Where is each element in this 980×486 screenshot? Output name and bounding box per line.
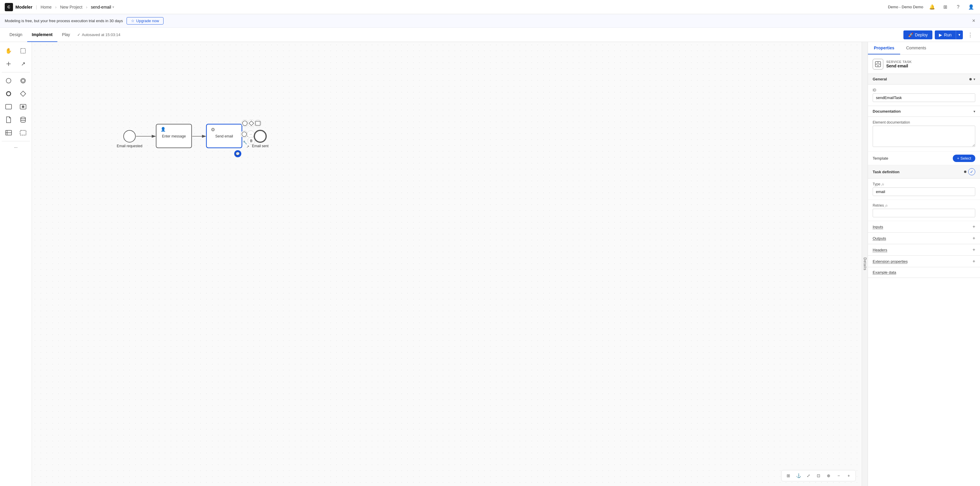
diamond-tool[interactable] (17, 88, 30, 100)
inputs-add-icon[interactable]: + (973, 224, 975, 229)
headers-add-icon[interactable]: + (973, 247, 975, 253)
tab-comments[interactable]: Comments (900, 42, 932, 54)
inputs-header[interactable]: Inputs + (868, 221, 980, 232)
retries-input[interactable] (873, 209, 975, 217)
svg-text:···: ··· (250, 133, 252, 136)
nav-current-label: send-email (91, 5, 111, 10)
template-row: Template + Select (868, 152, 980, 165)
circle-tool[interactable] (2, 75, 15, 87)
canvas-grid-icon[interactable]: ⊞ (784, 472, 793, 480)
inputs-section: Inputs + (868, 221, 980, 233)
tab-play[interactable]: Play (57, 28, 75, 42)
task-def-actions: ✓ (964, 168, 975, 175)
context-shape-rect[interactable] (254, 120, 261, 127)
canvas-expand-icon[interactable]: ⤢ (804, 472, 813, 480)
arrow-tool[interactable]: ↗ (17, 58, 30, 70)
context-shape-circle[interactable] (241, 120, 248, 127)
user-icon[interactable]: 👤 (967, 3, 975, 11)
hand-tool[interactable]: ✋ (2, 45, 15, 57)
outputs-add-icon[interactable]: + (973, 236, 975, 241)
tab-design[interactable]: Design (5, 28, 27, 42)
element-header: SERVICE TASK Send email (868, 55, 980, 74)
tab-properties[interactable]: Properties (868, 42, 900, 54)
left-toolbar: ✋ ↗ (0, 42, 32, 486)
svg-text:Send email: Send email (215, 134, 233, 138)
type-label: Type 𝑓𝑥 (873, 182, 975, 186)
context-action-dots[interactable]: ··· (247, 131, 254, 138)
pool-tool[interactable] (2, 127, 15, 139)
id-input[interactable] (873, 94, 975, 102)
banner-text: Modeling is free, but your free process … (5, 19, 123, 23)
help-icon[interactable]: ? (954, 3, 962, 11)
canvas-target-icon[interactable]: ⊕ (824, 472, 833, 480)
context-action-circle[interactable] (241, 131, 248, 138)
run-button[interactable]: ▶ Run (935, 30, 956, 39)
svg-rect-19 (32, 42, 862, 486)
canvas-area[interactable]: Email requested 👤 Enter message ⚙ Send e… (32, 42, 862, 486)
details-toggle[interactable]: Details (862, 42, 868, 486)
general-chevron-icon[interactable]: ▾ (974, 77, 975, 81)
chevron-down-icon[interactable]: ▾ (112, 5, 114, 9)
tool-row-2: ↗ (2, 58, 30, 70)
nav-home-link[interactable]: Home (40, 5, 51, 10)
canvas-bottom-toolbar: ⊞ ⚓ ⤢ ⊡ ⊕ − + (781, 470, 856, 481)
comment-badge[interactable]: 💬 (234, 150, 241, 157)
connect-tool[interactable] (2, 58, 15, 70)
context-shape-diamond[interactable] (248, 120, 255, 127)
group-tool[interactable] (17, 127, 30, 139)
type-fx-badge: 𝑓𝑥 (881, 183, 884, 186)
service-task-node[interactable]: ⚙ Send email (207, 124, 242, 148)
more-options-button[interactable]: ⋮ (965, 30, 975, 39)
main-area: ✋ ↗ (0, 42, 980, 486)
db-tool[interactable] (17, 114, 30, 125)
nav-project-link[interactable]: New Project (60, 5, 82, 10)
notification-icon[interactable]: 🔔 (928, 3, 936, 11)
deploy-button[interactable]: 🚀 Deploy (904, 30, 933, 39)
context-action-delete[interactable]: 🗑 (248, 137, 255, 144)
type-input[interactable] (873, 187, 975, 196)
type-field-group: Type 𝑓𝑥 (868, 179, 980, 200)
canvas-anchor-icon[interactable]: ⚓ (794, 472, 803, 480)
outputs-header[interactable]: Outputs + (868, 233, 980, 244)
canvas-zoom-out-icon[interactable]: − (834, 472, 843, 480)
doc-section-header[interactable]: Documentation ▾ (868, 106, 980, 117)
general-section-header[interactable]: General ▾ (868, 74, 980, 84)
svg-marker-7 (21, 91, 26, 96)
tool-row-4 (2, 88, 30, 100)
doc-chevron-icon[interactable]: ▾ (974, 110, 975, 114)
tab-implement[interactable]: Implement (27, 28, 57, 42)
upgrade-now-button[interactable]: ☆ Upgrade now (127, 17, 164, 25)
select-box-tool[interactable] (17, 45, 30, 57)
extension-properties-header[interactable]: Extension properties + (868, 256, 980, 267)
grid-icon[interactable]: ⊞ (941, 3, 949, 11)
svg-point-6 (6, 92, 11, 96)
svg-text:🔧: 🔧 (243, 140, 247, 145)
canvas-layers-icon[interactable]: ⊡ (814, 472, 823, 480)
template-select-button[interactable]: + Select (953, 155, 975, 162)
thick-circle-tool[interactable] (2, 88, 15, 100)
doc-field-group: Element documentation (868, 117, 980, 152)
doc-textarea[interactable] (873, 125, 975, 147)
double-circle-tool[interactable] (17, 75, 30, 87)
user-task-node[interactable]: 👤 Enter message (156, 124, 192, 148)
sub-process-tool[interactable] (17, 101, 30, 113)
retries-fx-badge: 𝑓𝑥 (885, 204, 888, 208)
element-info: SERVICE TASK Send email (886, 60, 912, 68)
headers-header[interactable]: Headers + (868, 244, 980, 256)
task-def-expand-icon[interactable]: ✓ (968, 168, 975, 175)
example-data-header[interactable]: Example data (868, 267, 980, 278)
canvas-zoom-in-icon[interactable]: + (844, 472, 853, 480)
task-def-section-header[interactable]: Task definition ✓ (868, 165, 980, 179)
context-action-arrow[interactable]: ↗ (246, 145, 249, 149)
banner-close-icon[interactable]: × (972, 18, 975, 24)
tool-row-1: ✋ (2, 45, 30, 57)
task-def-dot (964, 171, 966, 173)
panel-content: SERVICE TASK Send email General ▾ ID Doc… (868, 55, 980, 486)
doc-tool[interactable] (2, 114, 15, 125)
more-tools[interactable]: ··· (2, 144, 30, 151)
context-action-wrench[interactable]: 🔧 (243, 140, 247, 145)
extension-properties-add-icon[interactable]: + (973, 259, 975, 264)
run-button-group: ▶ Run ▾ (935, 30, 963, 39)
run-dropdown-button[interactable]: ▾ (956, 30, 963, 39)
rect-tool[interactable] (2, 101, 15, 113)
